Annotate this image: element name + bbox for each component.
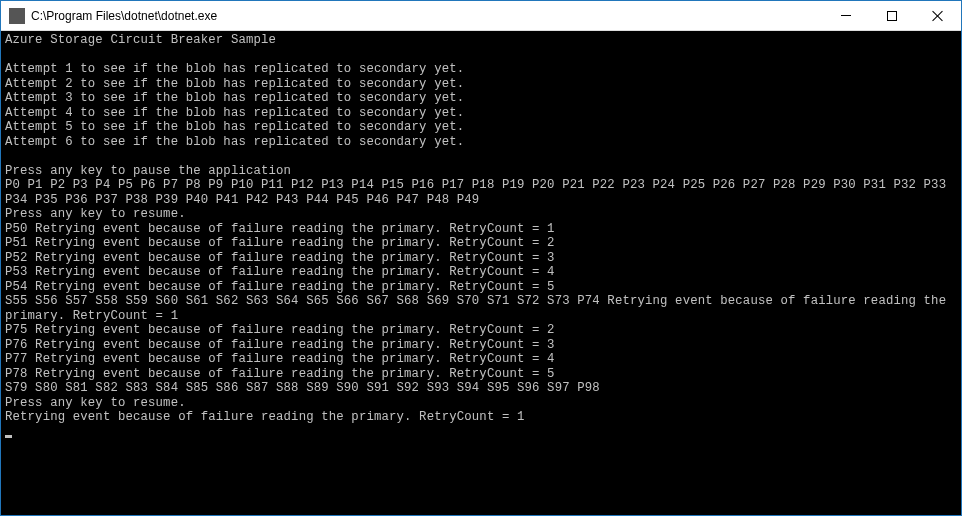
cursor-icon: [5, 435, 12, 438]
console-line: P75 Retrying event because of failure re…: [5, 323, 555, 337]
close-button[interactable]: [915, 1, 961, 30]
window-controls: [823, 1, 961, 30]
console-output[interactable]: Azure Storage Circuit Breaker Sample Att…: [1, 31, 961, 515]
maximize-icon: [887, 11, 897, 21]
console-line: Press any key to resume.: [5, 207, 186, 221]
console-line: Attempt 4 to see if the blob has replica…: [5, 106, 464, 120]
console-line: P0 P1 P2 P3 P4 P5 P6 P7 P8 P9 P10 P11 P1…: [5, 178, 954, 207]
console-line: Press any key to pause the application: [5, 164, 291, 178]
console-line: P78 Retrying event because of failure re…: [5, 367, 555, 381]
console-line: Attempt 3 to see if the blob has replica…: [5, 91, 464, 105]
minimize-icon: [841, 15, 851, 16]
console-line: Attempt 2 to see if the blob has replica…: [5, 77, 464, 91]
titlebar: C:\Program Files\dotnet\dotnet.exe: [1, 1, 961, 31]
console-line: Attempt 6 to see if the blob has replica…: [5, 135, 464, 149]
console-line: P50 Retrying event because of failure re…: [5, 222, 555, 236]
console-line: P77 Retrying event because of failure re…: [5, 352, 555, 366]
console-line: Attempt 5 to see if the blob has replica…: [5, 120, 464, 134]
console-header: Azure Storage Circuit Breaker Sample: [5, 33, 276, 47]
close-icon: [932, 10, 944, 22]
console-line: P51 Retrying event because of failure re…: [5, 236, 555, 250]
console-line: P52 Retrying event because of failure re…: [5, 251, 555, 265]
maximize-button[interactable]: [869, 1, 915, 30]
console-line: Press any key to resume.: [5, 396, 186, 410]
console-line: S79 S80 S81 S82 S83 S84 S85 S86 S87 S88 …: [5, 381, 600, 395]
app-icon: [9, 8, 25, 24]
console-line: Attempt 1 to see if the blob has replica…: [5, 62, 464, 76]
console-line: P53 Retrying event because of failure re…: [5, 265, 555, 279]
minimize-button[interactable]: [823, 1, 869, 30]
console-line: P76 Retrying event because of failure re…: [5, 338, 555, 352]
window-title: C:\Program Files\dotnet\dotnet.exe: [31, 9, 823, 23]
console-line: Retrying event because of failure readin…: [5, 410, 525, 424]
console-line: S55 S56 S57 S58 S59 S60 S61 S62 S63 S64 …: [5, 294, 954, 323]
console-line: P54 Retrying event because of failure re…: [5, 280, 555, 294]
